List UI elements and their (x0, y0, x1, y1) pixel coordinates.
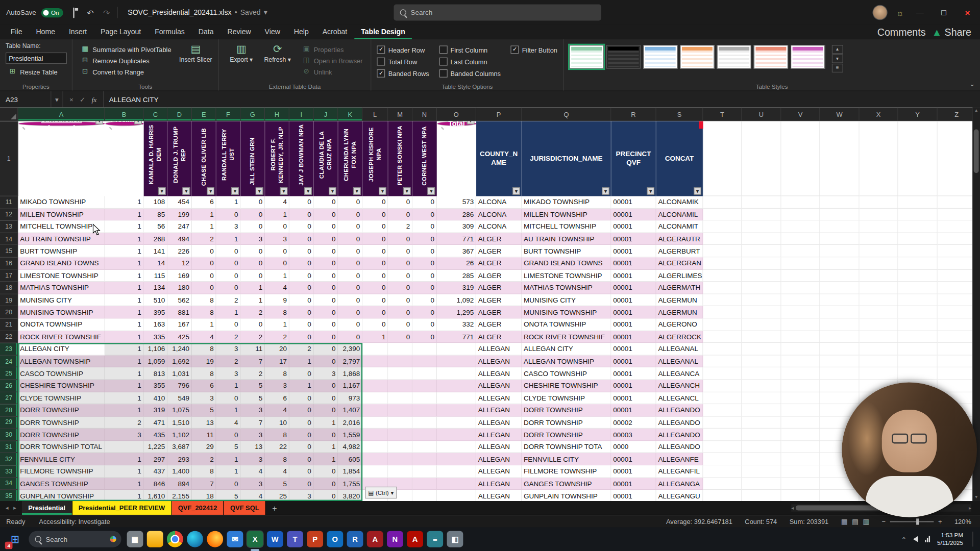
cell-Q31[interactable]: DORR TOWNSHIP TOTA (522, 441, 611, 453)
tab-right-icon[interactable]: ▸ (13, 505, 16, 511)
cell-E23[interactable]: 8 (192, 343, 216, 355)
row-header-1[interactable]: 1 (0, 121, 18, 196)
cell-B18[interactable]: 1 (105, 282, 144, 294)
cell-C32[interactable]: 297 (144, 453, 168, 465)
cell-B11[interactable]: 1 (105, 196, 144, 208)
cell-T25[interactable] (703, 367, 742, 380)
column-header-T[interactable]: T (703, 108, 742, 121)
cell-C14[interactable]: 268 (144, 233, 168, 245)
cell-G11[interactable]: 0 (240, 196, 265, 208)
column-header-K[interactable]: K (338, 108, 362, 121)
cell-O35[interactable] (437, 490, 476, 501)
comments-button[interactable]: Comments (877, 27, 926, 38)
cell-J34[interactable]: 0 (314, 478, 338, 490)
cell-B28[interactable]: 1 (105, 404, 144, 416)
cell-A31[interactable]: DORR TOWNSHIP TOTAL (18, 441, 105, 453)
cell-R25[interactable]: 00001 (611, 367, 656, 380)
table-style-swatch-1[interactable] (569, 45, 603, 69)
cell-H17[interactable]: 1 (265, 269, 289, 282)
cell-U24[interactable] (742, 355, 781, 367)
cell-N20[interactable]: 0 (412, 306, 437, 318)
cell-Y20[interactable] (898, 306, 938, 318)
normal-view-icon[interactable]: ▦ (841, 517, 848, 525)
table-style-swatch-3[interactable] (643, 45, 677, 69)
cell-L24[interactable] (362, 355, 388, 367)
cell-Q12[interactable]: MILLEN TOWNSHIP (522, 208, 611, 220)
cell-R29[interactable]: 00002 (611, 416, 656, 429)
cell-U19[interactable] (742, 294, 781, 306)
cell-R22[interactable]: 00001 (611, 331, 656, 343)
checkbox-banded-rows[interactable]: ✓Banded Rows (377, 68, 429, 79)
column-header-P[interactable]: P (476, 108, 522, 121)
cell-C13[interactable]: 56 (144, 220, 168, 233)
cell-L23[interactable] (362, 343, 388, 355)
cell-C17[interactable]: 115 (144, 269, 168, 282)
cell-I23[interactable]: 2 (289, 343, 314, 355)
cell-U34[interactable] (742, 478, 781, 490)
cell-F29[interactable]: 4 (216, 416, 241, 429)
filter-button[interactable]: ▾ (353, 187, 361, 195)
cell-Z11[interactable] (938, 196, 973, 208)
cell-H27[interactable]: 6 (265, 392, 289, 404)
cell-O30[interactable] (437, 429, 476, 441)
cell-D25[interactable]: 1,031 (167, 367, 192, 380)
filter-button[interactable]: ▾ (304, 187, 312, 195)
cell-X22[interactable] (860, 331, 898, 343)
cell-C11[interactable]: 108 (144, 196, 168, 208)
cell-Q17[interactable]: LIMESTONE TOWNSHIP (522, 269, 611, 282)
cell-M27[interactable] (388, 392, 412, 404)
column-header-O[interactable]: O (437, 108, 476, 121)
cell-I30[interactable]: 0 (289, 429, 314, 441)
clock[interactable]: 1:53 PM 5/11/2025 (937, 532, 963, 546)
cell-E20[interactable]: 8 (192, 306, 216, 318)
sheet-tab-qvf-sql[interactable]: QVF SQL (224, 501, 266, 515)
cell-L33[interactable] (362, 465, 388, 478)
share-button[interactable]: ▲ Share (932, 27, 971, 38)
column-header-U[interactable]: U (742, 108, 781, 121)
cell-Q15[interactable]: BURT TOWNSHIP (522, 245, 611, 257)
cell-E19[interactable]: 8 (192, 294, 216, 306)
cell-N32[interactable] (412, 453, 437, 465)
name-box-dropdown-icon[interactable]: ▾ (51, 91, 63, 108)
ribbon-tab-file[interactable]: File (4, 25, 29, 39)
cell-T34[interactable] (703, 478, 742, 490)
cell-R35[interactable]: 00001 (611, 490, 656, 501)
checkbox-header-row[interactable]: ✓Header Row (377, 44, 429, 55)
cell-G34[interactable]: 3 (240, 478, 265, 490)
cell-T20[interactable] (703, 306, 742, 318)
cell-B31[interactable] (105, 441, 144, 453)
cell-J27[interactable]: 0 (314, 392, 338, 404)
cell-H34[interactable]: 5 (265, 478, 289, 490)
cell-Y25[interactable] (898, 367, 938, 380)
cell-U29[interactable] (742, 416, 781, 429)
cell-R32[interactable]: 00001 (611, 453, 656, 465)
cell-P33[interactable]: ALLEGAN (476, 465, 522, 478)
cell-R12[interactable]: 00001 (611, 208, 656, 220)
cell-I35[interactable]: 3 (289, 490, 314, 501)
cell-E13[interactable]: 1 (192, 220, 216, 233)
row-header-24[interactable]: 24 (0, 355, 18, 367)
cell-S28[interactable]: ALLEGANDO (656, 404, 703, 416)
button-remove-duplicates[interactable]: ⊟Remove Duplicates (78, 56, 174, 65)
page-layout-view-icon[interactable]: ▤ (852, 517, 859, 525)
saved-status[interactable]: Saved (240, 9, 261, 16)
cell-G28[interactable]: 3 (240, 404, 265, 416)
cell-R15[interactable]: 00001 (611, 245, 656, 257)
header-precinct[interactable]: Precinct Identifier▾ (105, 121, 144, 127)
cell-D18[interactable]: 180 (167, 282, 192, 294)
redo-icon[interactable]: ↷ (101, 8, 112, 17)
cell-V14[interactable] (781, 233, 820, 245)
cell-X23[interactable] (860, 343, 898, 355)
header-candidate-9[interactable]: CHERUNDA LYNN FOX NPA▾ (338, 121, 362, 196)
cell-J28[interactable]: 0 (314, 404, 338, 416)
column-header-B[interactable]: B (105, 108, 144, 121)
cell-I28[interactable]: 0 (289, 404, 314, 416)
cell-G27[interactable]: 5 (240, 392, 265, 404)
cell-B24[interactable]: 1 (105, 355, 144, 367)
cell-P19[interactable]: ALGER (476, 294, 522, 306)
page-break-view-icon[interactable]: ▥ (863, 517, 869, 525)
cell-W13[interactable] (820, 220, 860, 233)
cell-W19[interactable] (820, 294, 860, 306)
cell-U13[interactable] (742, 220, 781, 233)
cell-F28[interactable]: 1 (216, 404, 241, 416)
